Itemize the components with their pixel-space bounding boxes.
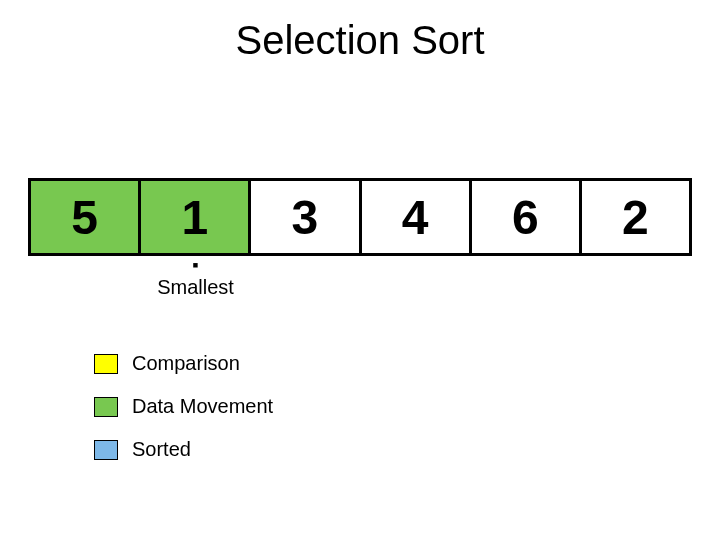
array-cell-value: 1 — [181, 190, 208, 245]
array-cell-value: 2 — [622, 190, 649, 245]
array-container: 5 1 3 4 6 2 — [28, 178, 692, 256]
smallest-pointer: ▪ Smallest — [141, 256, 251, 299]
legend-label: Sorted — [132, 438, 191, 461]
legend-label: Data Movement — [132, 395, 273, 418]
array-cell-value: 5 — [71, 190, 98, 245]
legend-item-data-movement: Data Movement — [94, 395, 273, 418]
array-cell-value: 6 — [512, 190, 539, 245]
array-cell-value: 3 — [292, 190, 319, 245]
legend-swatch — [94, 397, 118, 417]
legend: Comparison Data Movement Sorted — [94, 352, 273, 481]
array-cell: 2 — [582, 181, 689, 253]
array-cell: 5 — [31, 181, 141, 253]
array-cell: 4 — [362, 181, 472, 253]
pointer-label: Smallest — [157, 276, 234, 299]
array-cell: 3 — [251, 181, 361, 253]
up-arrow-icon: ▪ — [192, 256, 198, 274]
array-cell-value: 4 — [402, 190, 429, 245]
legend-item-sorted: Sorted — [94, 438, 273, 461]
page-title: Selection Sort — [0, 18, 720, 63]
array-cell: 6 — [472, 181, 582, 253]
legend-label: Comparison — [132, 352, 240, 375]
array-cell: 1 — [141, 181, 251, 253]
legend-item-comparison: Comparison — [94, 352, 273, 375]
legend-swatch — [94, 354, 118, 374]
legend-swatch — [94, 440, 118, 460]
